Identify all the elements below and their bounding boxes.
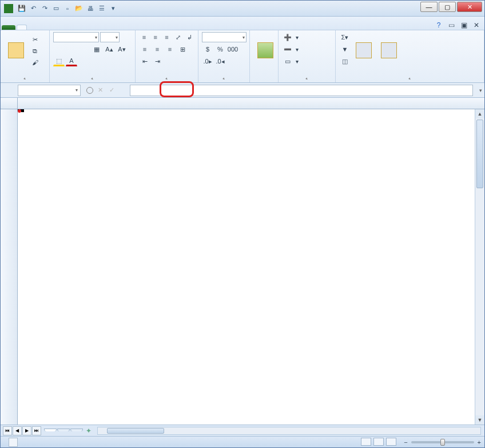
cut-icon[interactable]: ✂ — [29, 34, 41, 45]
font-shrink-icon[interactable]: A▾ — [116, 44, 128, 54]
align-left-icon[interactable]: ≡ — [139, 44, 150, 54]
copy-icon[interactable]: ⧉ — [29, 46, 41, 56]
indent-increase-icon[interactable]: ⇥ — [152, 56, 163, 66]
merge-icon[interactable]: ⊞ — [177, 44, 188, 54]
qat-new-icon[interactable]: ▫ — [62, 3, 73, 14]
vertical-scrollbar[interactable]: ▲ ▼ — [475, 109, 484, 425]
font-size-combo[interactable] — [100, 32, 120, 42]
sheet-prev-icon[interactable]: ◀ — [13, 426, 22, 435]
name-box-expand-icon[interactable] — [86, 87, 93, 94]
align-right-icon[interactable]: ≡ — [164, 44, 176, 54]
qat-quick-print-icon[interactable]: 🖶 — [85, 3, 96, 14]
format-cells-button[interactable]: ▭▾ — [282, 56, 332, 66]
sheet-first-icon[interactable]: ⏮ — [3, 426, 12, 435]
sort-filter-button[interactable] — [352, 32, 376, 70]
delete-cells-button[interactable]: ➖▾ — [282, 44, 332, 54]
comma-icon[interactable]: 000 — [227, 44, 238, 54]
underline-button[interactable] — [78, 44, 90, 54]
doc-restore-icon[interactable]: ▣ — [459, 21, 468, 30]
align-bottom-icon[interactable]: ≡ — [162, 32, 172, 42]
tab-formulas[interactable] — [47, 25, 58, 30]
sheet-tab-1[interactable] — [44, 429, 57, 431]
find-select-button[interactable] — [377, 32, 401, 70]
percent-icon[interactable]: % — [214, 44, 226, 54]
sheet-tab-2[interactable] — [57, 429, 70, 431]
tab-insert[interactable] — [27, 25, 37, 30]
fill-icon[interactable]: ▼ — [339, 44, 351, 54]
expand-formula-bar-icon[interactable]: ▾ — [479, 88, 482, 93]
scroll-up-icon[interactable]: ▲ — [475, 109, 484, 118]
name-box[interactable] — [18, 85, 81, 96]
horizontal-scrollbar[interactable] — [97, 427, 481, 435]
qat-open-icon[interactable]: 📂 — [74, 3, 84, 14]
tab-view[interactable] — [78, 25, 89, 30]
doc-close-icon[interactable]: ✕ — [472, 21, 481, 30]
zoom-slider-knob[interactable] — [440, 439, 445, 446]
zoom-slider[interactable] — [411, 441, 474, 443]
page-break-view-icon[interactable] — [386, 438, 396, 446]
italic-button[interactable] — [66, 44, 77, 54]
ribbon-minimize-icon[interactable]: ▭ — [447, 21, 456, 30]
qat-undo-icon[interactable]: ↶ — [28, 3, 38, 14]
file-tab[interactable] — [2, 25, 15, 30]
qat-sort-icon[interactable]: ☰ — [97, 3, 107, 14]
formula-input[interactable] — [130, 85, 473, 96]
zoom-in-icon[interactable]: + — [478, 439, 481, 446]
tab-foxit[interactable] — [109, 25, 120, 30]
qat-more-icon[interactable]: ▾ — [108, 3, 118, 14]
tab-developer[interactable] — [89, 25, 99, 30]
tab-review[interactable] — [68, 25, 78, 30]
number-format-combo[interactable] — [202, 32, 247, 42]
currency-icon[interactable]: $ — [202, 44, 213, 54]
active-cell[interactable] — [18, 109, 23, 112]
qat-save-icon[interactable]: 💾 — [17, 3, 27, 14]
tab-addins[interactable] — [99, 25, 109, 30]
styles-button[interactable] — [253, 32, 277, 70]
align-middle-icon[interactable]: ≡ — [150, 32, 161, 42]
bold-button[interactable] — [53, 44, 65, 54]
zoom-out-icon[interactable]: − — [404, 439, 407, 446]
tab-abbyy[interactable] — [120, 25, 130, 30]
maximize-button[interactable]: ▢ — [439, 2, 456, 12]
minimize-button[interactable]: — — [420, 2, 438, 12]
autosum-icon[interactable]: Σ▾ — [339, 32, 351, 42]
fill-color-icon[interactable]: ⬚ — [53, 56, 65, 66]
scroll-down-icon[interactable]: ▼ — [475, 415, 484, 425]
ribbon-help-icon[interactable]: ? — [434, 21, 443, 30]
font-grow-icon[interactable]: A▴ — [104, 44, 115, 54]
decrease-decimal-icon[interactable]: .0◂ — [214, 56, 226, 66]
vscroll-thumb[interactable] — [476, 120, 483, 188]
orientation-icon[interactable]: ⤢ — [173, 32, 183, 42]
font-color-icon[interactable]: A — [66, 56, 77, 66]
cancel-formula-icon[interactable]: ✕ — [96, 86, 105, 94]
close-button[interactable]: ✕ — [457, 2, 482, 12]
sheet-last-icon[interactable]: ⏭ — [32, 426, 41, 435]
cell-grid[interactable] — [18, 109, 484, 425]
clear-icon[interactable]: ◫ — [339, 56, 351, 66]
sheet-tab-3[interactable] — [70, 429, 83, 431]
tab-layout[interactable] — [37, 25, 47, 30]
qat-redo-icon[interactable]: ↷ — [39, 3, 50, 14]
qat-print-preview-icon[interactable]: ▭ — [51, 3, 61, 14]
paste-button[interactable] — [4, 32, 28, 70]
insert-cells-button[interactable]: ➕▾ — [282, 32, 332, 42]
page-layout-view-icon[interactable] — [373, 438, 384, 446]
sheet-next-icon[interactable]: ▶ — [22, 426, 31, 435]
macro-record-icon[interactable] — [9, 438, 18, 447]
font-name-combo[interactable] — [53, 32, 99, 42]
tab-home[interactable] — [17, 25, 27, 30]
format-painter-icon[interactable]: 🖌 — [29, 57, 41, 68]
align-center-icon[interactable]: ≡ — [152, 44, 163, 54]
increase-decimal-icon[interactable]: .0▸ — [202, 56, 213, 66]
hscroll-thumb[interactable] — [107, 428, 164, 434]
indent-decrease-icon[interactable]: ⇤ — [139, 56, 150, 66]
border-icon[interactable]: ▦ — [91, 44, 102, 54]
wrap-text-icon[interactable]: ↲ — [184, 32, 194, 42]
fill-handle[interactable] — [21, 109, 24, 112]
tab-data[interactable] — [58, 25, 68, 30]
new-sheet-icon[interactable]: ✦ — [86, 427, 92, 435]
select-all-corner[interactable] — [1, 98, 18, 109]
align-top-icon[interactable]: ≡ — [139, 32, 149, 42]
normal-view-icon[interactable] — [361, 438, 371, 446]
enter-formula-icon[interactable]: ✓ — [107, 86, 116, 94]
